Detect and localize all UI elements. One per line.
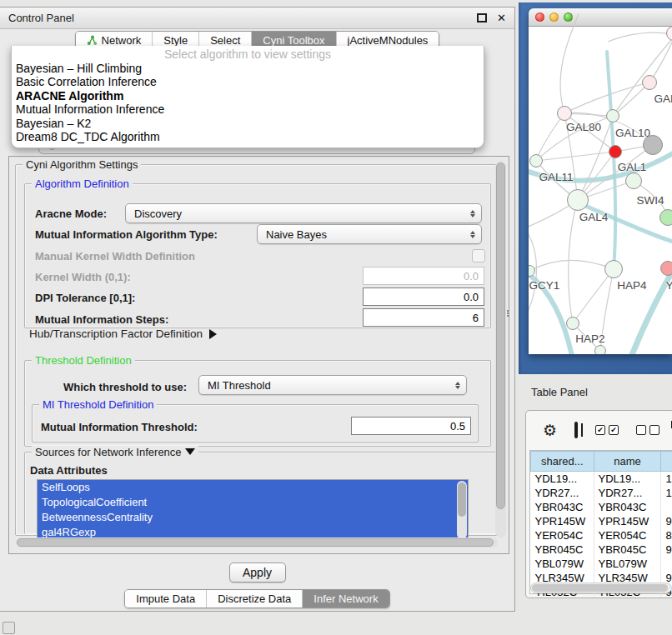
zoom-traffic-light[interactable]: [564, 12, 573, 22]
tab-infer-network[interactable]: Infer Network: [302, 590, 389, 608]
attribute-item-selfloops[interactable]: SelfLoops: [38, 480, 468, 495]
table-row[interactable]: YBR043CYBR043C: [531, 500, 672, 514]
network-node-gal[interactable]: [642, 75, 657, 90]
network-node-gal80[interactable]: [557, 106, 572, 121]
table-cell: 13: [661, 472, 672, 487]
table-row[interactable]: YBL079WYBL079W: [531, 557, 672, 571]
attribute-item-betweennesscentrality[interactable]: BetweennessCentrality: [38, 510, 468, 525]
table-cell: YBR045C: [531, 542, 594, 557]
network-node-hap4[interactable]: [604, 260, 623, 278]
sources-toggle[interactable]: Sources for Network Inference: [32, 446, 198, 458]
network-node-hap2[interactable]: [566, 317, 579, 330]
network-node-gal11[interactable]: [529, 154, 543, 168]
table-cell: [661, 500, 672, 514]
tab-label: Infer Network: [313, 592, 378, 605]
node-label-hap4: HAP4: [617, 279, 646, 292]
network-node[interactable]: [594, 345, 606, 354]
network-tab-icon: [87, 35, 98, 46]
network-node-y[interactable]: [660, 261, 672, 276]
which-threshold-value: MI Threshold: [208, 379, 271, 392]
tab-label: Network: [102, 34, 142, 47]
table-cell: YDR27...: [531, 486, 594, 500]
algorithm-option-basic-correlation-inference[interactable]: Basic Correlation Inference: [12, 75, 484, 88]
kernel-width-input[interactable]: [363, 267, 484, 285]
mi-threshold-input[interactable]: [351, 417, 471, 435]
column-header-a[interactable]: A: [661, 452, 672, 472]
mi-steps-input[interactable]: [363, 308, 484, 327]
table-cell: YBL079W: [594, 557, 661, 571]
threshold-definition-title: Threshold Definition: [32, 354, 135, 367]
kernel-width-label: Kernel Width (0,1):: [35, 271, 131, 283]
tab-discretize-data[interactable]: Discretize Data: [206, 590, 302, 608]
deselect-all-checks-icon[interactable]: [636, 425, 659, 435]
algorithm-option-bayesian-k2[interactable]: Bayesian – K2: [12, 117, 484, 130]
tab-label: jActiveMNodules: [348, 34, 429, 47]
manual-kernel-checkbox[interactable]: [472, 249, 485, 262]
algorithm-dropdown-list: Select algorithm to view settings Bayesi…: [11, 46, 484, 148]
table-row[interactable]: YPR145WYPR145W9.: [531, 514, 672, 528]
algorithm-option-dream8-dc-tdc-algorithm[interactable]: Dream8 DC_TDC Algorithm: [12, 130, 484, 143]
minimized-panel-button[interactable]: [3, 622, 15, 634]
node-label-swi4: SWI4: [636, 194, 664, 207]
node-label-y: Y: [665, 279, 672, 292]
gear-icon[interactable]: ⚙: [543, 422, 557, 438]
table-panel-title: Table Panel: [515, 375, 672, 403]
list-scrollbar[interactable]: [457, 481, 467, 539]
mi-steps-label: Mutual Information Steps:: [35, 313, 168, 326]
table-row[interactable]: YBR045CYBR045C9.: [531, 542, 672, 557]
algorithm-option-mutual-information-inference[interactable]: Mutual Information Inference: [12, 102, 484, 116]
network-node[interactable]: [659, 209, 672, 226]
tab-impute-data[interactable]: Impute Data: [125, 590, 206, 608]
aracne-mode-combo[interactable]: Discovery: [125, 203, 482, 223]
float-window-icon[interactable]: [477, 13, 487, 22]
network-node-gal10[interactable]: [606, 109, 619, 122]
network-window-titlebar[interactable]: [529, 8, 672, 27]
combo-stepper-icon: [455, 382, 460, 389]
node-label-gal11: GAL11: [539, 171, 573, 183]
algorithm-option-aracne-algorithm[interactable]: ARACNE Algorithm: [12, 89, 484, 102]
minimize-traffic-light[interactable]: [549, 12, 559, 22]
network-node-gal4[interactable]: [567, 189, 589, 211]
hub-definition-toggle[interactable]: Hub/Transcription Factor Definition: [29, 328, 217, 340]
settings-vertical-scrollbar[interactable]: [495, 161, 506, 538]
table-cell: YER054C: [531, 528, 594, 542]
aracne-mode-label: Aracne Mode:: [35, 208, 107, 220]
columns-icon[interactable]: [574, 422, 578, 438]
table-cell: YDL19...: [594, 472, 661, 487]
mi-type-combo[interactable]: Naive Bayes: [257, 224, 482, 244]
node-label-gal4: GAL4: [579, 211, 609, 223]
table-cell: 9.: [661, 542, 672, 557]
manual-kernel-label: Manual Kernel Width Definition: [35, 250, 195, 262]
mi-threshold-group-title: MI Threshold Definition: [39, 398, 157, 411]
table-cell: [661, 557, 672, 571]
splitter-handle[interactable]: [505, 309, 510, 318]
network-node[interactable]: [643, 135, 663, 155]
table-cell: YPR145W: [594, 514, 661, 528]
close-traffic-light[interactable]: [535, 12, 544, 22]
column-header-shared[interactable]: shared...: [531, 452, 594, 472]
table-horizontal-scrollbar[interactable]: [530, 582, 672, 593]
settings-horizontal-scrollbar[interactable]: [16, 538, 498, 548]
close-icon[interactable]: ✕: [497, 12, 506, 24]
data-attributes-label: Data Attributes: [30, 464, 108, 477]
table-cell: 9.: [661, 514, 672, 528]
table-row[interactable]: YDL19...YDL19...13: [531, 472, 672, 487]
dpi-tolerance-input[interactable]: [363, 288, 484, 306]
column-header-name[interactable]: name: [594, 452, 661, 472]
table-row[interactable]: YDR27...YDR27...12: [531, 486, 672, 500]
which-threshold-combo[interactable]: MI Threshold: [198, 375, 467, 395]
network-node-swi4[interactable]: [625, 172, 642, 189]
data-attributes-list: SelfLoopsTopologicalCoefficientBetweenne…: [37, 479, 469, 541]
table-row[interactable]: YER054CYER054C8.: [531, 528, 672, 542]
network-canvas[interactable]: GALGAL80GAL10GAL1GAL11SWI4GAL4GCY1HAP4YH…: [529, 27, 672, 354]
select-all-checks-icon[interactable]: ✔✔: [595, 425, 619, 435]
attribute-item-topologicalcoefficient[interactable]: TopologicalCoefficient: [38, 495, 468, 510]
table-cell: YER054C: [594, 528, 661, 542]
apply-button[interactable]: Apply: [229, 562, 286, 582]
network-window-frame: GALGAL80GAL10GAL1GAL11SWI4GAL4GCY1HAP4YH…: [519, 2, 672, 374]
node-label-gal1: GAL1: [618, 161, 647, 173]
network-window: GALGAL80GAL10GAL1GAL11SWI4GAL4GCY1HAP4YH…: [529, 8, 672, 354]
table-cell: YDR27...: [594, 486, 661, 500]
network-node-gal1[interactable]: [609, 145, 622, 158]
algorithm-option-bayesian-hill-climbing[interactable]: Bayesian – Hill Climbing: [12, 62, 484, 75]
